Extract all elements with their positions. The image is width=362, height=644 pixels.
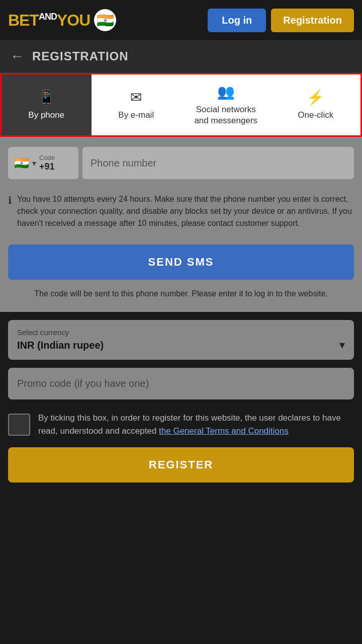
- tab-by-phone[interactable]: 📱 By phone: [2, 74, 92, 135]
- info-box: ℹ You have 10 attempts every 24 hours. M…: [8, 187, 354, 235]
- register-header-button[interactable]: Registration: [271, 9, 354, 32]
- tab-social[interactable]: 👥 Social networksand messengers: [181, 74, 271, 135]
- logo-and: AND: [39, 12, 57, 22]
- currency-chevron-icon: ▾: [339, 339, 345, 352]
- currency-row: INR (Indian rupee) ▾: [17, 339, 345, 352]
- email-tab-icon: ✉: [130, 89, 142, 106]
- info-message: You have 10 attempts every 24 hours. Mak…: [17, 193, 354, 229]
- register-submit-button[interactable]: REGISTER: [8, 447, 354, 482]
- social-tab-icon: 👥: [217, 84, 235, 100]
- phone-input-row: 🇮🇳 ▾ Code +91: [8, 147, 354, 179]
- tab-by-email[interactable]: ✉ By e-mail: [92, 74, 182, 135]
- country-code-selector[interactable]: 🇮🇳 ▾ Code +91: [8, 147, 78, 179]
- terms-section: By ticking this box, in order to registe…: [8, 412, 354, 437]
- chevron-down-icon: ▾: [32, 158, 36, 168]
- login-button[interactable]: Log in: [208, 9, 266, 32]
- social-tab-label: Social networksand messengers: [194, 104, 257, 126]
- registration-tabs: 📱 By phone ✉ By e-mail 👥 Social networks…: [2, 74, 360, 135]
- code-label: Code: [39, 154, 55, 162]
- logo-text: BETANDYOU: [8, 11, 90, 30]
- promo-code-input[interactable]: [17, 378, 345, 389]
- promo-code-section: [8, 368, 354, 399]
- terms-checkbox[interactable]: [8, 414, 30, 436]
- sms-note: The code will be sent to this phone numb…: [8, 288, 354, 300]
- send-sms-button[interactable]: SEND SMS: [8, 245, 354, 280]
- registration-bar: ← REGISTRATION: [0, 40, 362, 73]
- phone-form-area: 🇮🇳 ▾ Code +91 ℹ You have 10 attempts eve…: [0, 137, 362, 312]
- terms-text: By ticking this box, in order to registe…: [38, 412, 354, 437]
- email-tab-label: By e-mail: [118, 110, 154, 121]
- header-buttons: Log in Registration: [208, 9, 354, 32]
- registration-tabs-wrapper: 📱 By phone ✉ By e-mail 👥 Social networks…: [0, 73, 362, 137]
- phone-number-input[interactable]: [82, 147, 354, 179]
- currency-label: Select currency: [17, 328, 345, 337]
- currency-value: INR (Indian rupee): [17, 340, 104, 351]
- country-code-group: Code +91: [39, 154, 55, 172]
- phone-tab-label: By phone: [28, 110, 64, 121]
- code-value: +91: [39, 162, 55, 172]
- registration-title: REGISTRATION: [32, 49, 129, 63]
- info-icon: ℹ: [8, 194, 12, 206]
- country-flag-icon: 🇮🇳: [14, 156, 29, 170]
- terms-link[interactable]: the General Terms and Conditions: [159, 426, 289, 436]
- back-button[interactable]: ←: [10, 48, 24, 64]
- oneclick-tab-icon: ⚡: [307, 89, 324, 106]
- currency-selector[interactable]: Select currency INR (Indian rupee) ▾: [8, 320, 354, 360]
- tab-oneclick[interactable]: ⚡ One-click: [271, 74, 361, 135]
- india-flag-icon: 🇮🇳: [94, 9, 116, 31]
- oneclick-tab-label: One-click: [298, 110, 333, 121]
- header: BETANDYOU 🇮🇳 Log in Registration: [0, 0, 362, 40]
- phone-tab-icon: 📱: [38, 89, 55, 106]
- logo: BETANDYOU 🇮🇳: [8, 9, 116, 31]
